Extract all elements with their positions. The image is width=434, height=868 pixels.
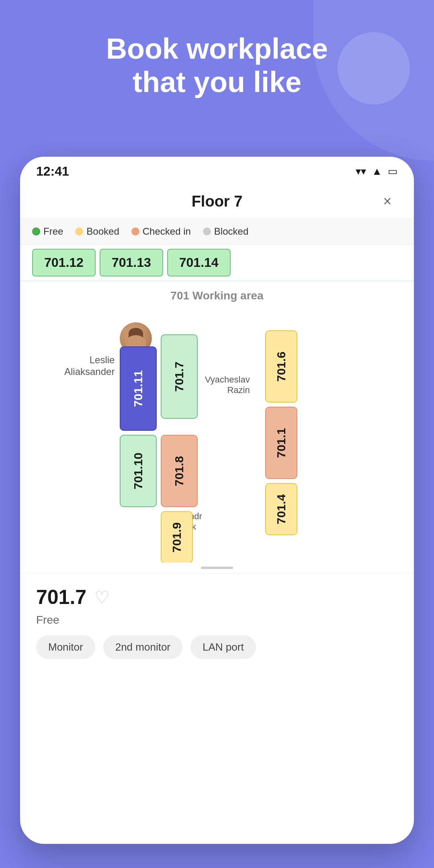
scroll-bar	[201, 567, 233, 569]
desk-701-10[interactable]: 701.10	[120, 435, 157, 507]
desk-701-11[interactable]: 701.11	[120, 346, 157, 431]
person-label-vyacheslav: VyacheslavRazin	[205, 375, 250, 396]
desk-701-7[interactable]: 701.7	[161, 334, 198, 419]
legend-booked: Booked	[75, 226, 119, 237]
close-button[interactable]: ×	[377, 191, 398, 212]
desk-number-row: 701.7 ♡	[36, 585, 398, 609]
legend-dot-checkedin	[131, 227, 139, 235]
desk-701-14[interactable]: 701.14	[167, 249, 231, 276]
legend-dot-blocked	[203, 227, 211, 235]
desk-701-12[interactable]: 701.12	[32, 249, 96, 276]
status-bar: 12:41 ▾▾ ▲ ▭	[20, 157, 414, 183]
status-icons: ▾▾ ▲ ▭	[356, 165, 398, 178]
selected-desk-number: 701.7	[36, 585, 86, 609]
bottom-panel: 701.7 ♡ Free Monitor 2nd monitor LAN por…	[20, 573, 414, 671]
favorite-icon[interactable]: ♡	[94, 588, 110, 607]
floor-map: 701 Working area LeslieAliaksander 701.1…	[20, 281, 414, 563]
legend-blocked: Blocked	[203, 226, 248, 237]
wifi-icon: ▾▾	[356, 165, 366, 178]
amenity-lan-port[interactable]: LAN port	[190, 635, 256, 659]
hero-heading: Book workplace that you like	[0, 32, 434, 99]
desk-status: Free	[36, 614, 398, 626]
desk-701-9[interactable]: 701.9	[161, 511, 193, 563]
phone-frame: 12:41 ▾▾ ▲ ▭ Floor 7 × Free Booked Check…	[20, 157, 414, 844]
legend-dot-booked	[75, 227, 83, 235]
person-label-leslie: LeslieAliaksander	[64, 354, 115, 378]
working-area-label: 701 Working area	[32, 289, 402, 302]
amenity-2nd-monitor[interactable]: 2nd monitor	[103, 635, 182, 659]
desk-701-4[interactable]: 701.4	[265, 483, 297, 535]
desk-grid: LeslieAliaksander 701.11 701.7 701.10 70…	[32, 310, 402, 535]
modal-title: Floor 7	[57, 193, 377, 210]
legend-checkedin: Checked in	[131, 226, 191, 237]
status-time: 12:41	[36, 164, 69, 179]
desk-701-13[interactable]: 701.13	[100, 249, 163, 276]
desk-701-1[interactable]: 701.1	[265, 407, 297, 479]
scroll-indicator	[20, 563, 414, 573]
desk-701-8[interactable]: 701.8	[161, 435, 198, 507]
amenities-list: Monitor 2nd monitor LAN port	[36, 635, 398, 659]
desk-701-6[interactable]: 701.6	[265, 330, 297, 403]
amenity-monitor[interactable]: Monitor	[36, 635, 95, 659]
legend-dot-free	[32, 227, 40, 235]
legend-free: Free	[32, 226, 63, 237]
top-desk-row: 701.12 701.13 701.14	[20, 245, 414, 281]
battery-icon: ▭	[388, 165, 398, 178]
modal-header: Floor 7 ×	[20, 183, 414, 219]
legend-bar: Free Booked Checked in Blocked	[20, 219, 414, 245]
signal-icon: ▲	[372, 165, 382, 178]
